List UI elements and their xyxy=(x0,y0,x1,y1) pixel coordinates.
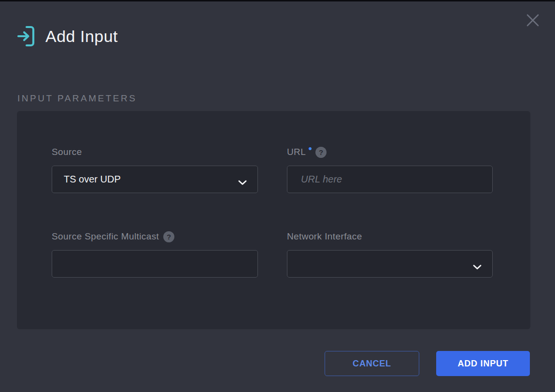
chevron-down-icon xyxy=(473,261,482,266)
input-parameters-panel: Source TS over UDP URL • ? Source Specif… xyxy=(17,111,530,329)
login-arrow-icon xyxy=(16,25,36,47)
add-input-button[interactable]: ADD INPUT xyxy=(436,351,530,376)
ssm-field-group: Source Specific Multicast ? xyxy=(52,231,258,278)
dialog-footer: CANCEL ADD INPUT xyxy=(0,351,555,376)
network-interface-field-group: Network Interface xyxy=(287,231,493,278)
network-interface-label: Network Interface xyxy=(287,231,493,242)
page-title: Add Input xyxy=(45,27,118,46)
source-field-group: Source TS over UDP xyxy=(52,146,258,193)
ssm-input[interactable] xyxy=(52,250,258,278)
source-select[interactable]: TS over UDP xyxy=(52,166,258,193)
section-header-input-parameters: INPUT PARAMETERS xyxy=(17,93,137,104)
ssm-help-icon[interactable]: ? xyxy=(163,231,174,242)
chevron-down-icon xyxy=(238,177,247,182)
url-help-icon[interactable]: ? xyxy=(315,147,327,158)
source-label: Source xyxy=(52,146,258,158)
url-input[interactable] xyxy=(287,166,493,193)
close-icon xyxy=(526,13,540,29)
close-button[interactable] xyxy=(524,13,541,30)
network-interface-select[interactable] xyxy=(287,250,493,278)
required-indicator: • xyxy=(308,146,312,151)
dialog-header: Add Input xyxy=(16,25,118,47)
cancel-button[interactable]: CANCEL xyxy=(325,351,419,376)
modal-top-edge xyxy=(0,0,555,1)
url-label: URL • ? xyxy=(287,146,493,158)
url-field-group: URL • ? xyxy=(287,146,493,193)
source-selected-value: TS over UDP xyxy=(64,174,121,185)
ssm-label: Source Specific Multicast ? xyxy=(52,231,258,242)
